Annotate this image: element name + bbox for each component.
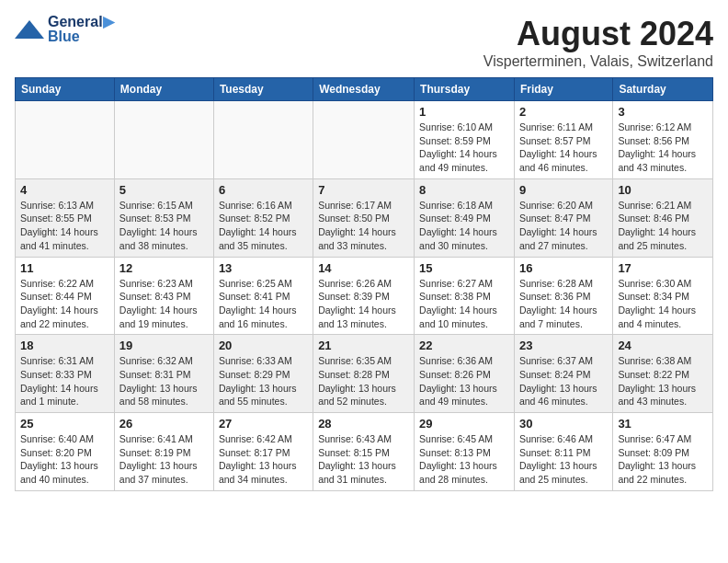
calendar-cell: [114, 101, 213, 179]
calendar-cell: 15Sunrise: 6:27 AM Sunset: 8:38 PM Dayli…: [415, 257, 515, 335]
calendar-cell: 1Sunrise: 6:10 AM Sunset: 8:59 PM Daylig…: [415, 101, 515, 179]
calendar-cell: 16Sunrise: 6:28 AM Sunset: 8:36 PM Dayli…: [514, 257, 612, 335]
day-info: Sunrise: 6:26 AM Sunset: 8:39 PM Dayligh…: [318, 277, 409, 331]
calendar-cell: 25Sunrise: 6:40 AM Sunset: 8:20 PM Dayli…: [16, 413, 115, 491]
day-number: 12: [119, 261, 209, 275]
calendar-cell: 29Sunrise: 6:45 AM Sunset: 8:13 PM Dayli…: [415, 413, 515, 491]
calendar-cell: [313, 101, 415, 179]
weekday-header-friday: Friday: [514, 78, 612, 101]
calendar-cell: 3Sunrise: 6:12 AM Sunset: 8:56 PM Daylig…: [613, 101, 713, 179]
day-info: Sunrise: 6:17 AM Sunset: 8:50 PM Dayligh…: [318, 199, 409, 253]
day-info: Sunrise: 6:45 AM Sunset: 8:13 PM Dayligh…: [419, 432, 509, 487]
day-number: 31: [618, 417, 708, 431]
calendar-cell: 18Sunrise: 6:31 AM Sunset: 8:33 PM Dayli…: [16, 335, 115, 413]
weekday-header-monday: Monday: [114, 78, 213, 101]
calendar-cell: 22Sunrise: 6:36 AM Sunset: 8:26 PM Dayli…: [415, 335, 515, 413]
logo: General▶ Blue: [15, 15, 114, 44]
day-info: Sunrise: 6:16 AM Sunset: 8:52 PM Dayligh…: [219, 199, 308, 253]
day-number: 18: [20, 339, 109, 352]
calendar-week-row: 18Sunrise: 6:31 AM Sunset: 8:33 PM Dayli…: [16, 335, 713, 413]
calendar-cell: 21Sunrise: 6:35 AM Sunset: 8:28 PM Dayli…: [313, 335, 415, 413]
day-info: Sunrise: 6:30 AM Sunset: 8:34 PM Dayligh…: [618, 277, 708, 331]
calendar-cell: 24Sunrise: 6:38 AM Sunset: 8:22 PM Dayli…: [613, 335, 713, 413]
calendar-cell: 23Sunrise: 6:37 AM Sunset: 8:24 PM Dayli…: [514, 335, 612, 413]
day-number: 28: [318, 417, 409, 431]
day-info: Sunrise: 6:25 AM Sunset: 8:41 PM Dayligh…: [219, 277, 308, 331]
calendar-week-row: 11Sunrise: 6:22 AM Sunset: 8:44 PM Dayli…: [16, 257, 713, 335]
weekday-header-wednesday: Wednesday: [313, 78, 415, 101]
day-info: Sunrise: 6:47 AM Sunset: 8:09 PM Dayligh…: [618, 432, 708, 487]
day-number: 19: [119, 339, 209, 352]
calendar-cell: 20Sunrise: 6:33 AM Sunset: 8:29 PM Dayli…: [213, 335, 313, 413]
calendar-cell: 11Sunrise: 6:22 AM Sunset: 8:44 PM Dayli…: [16, 257, 115, 335]
day-number: 10: [618, 183, 708, 197]
calendar-cell: 13Sunrise: 6:25 AM Sunset: 8:41 PM Dayli…: [213, 257, 313, 335]
calendar-cell: 19Sunrise: 6:32 AM Sunset: 8:31 PM Dayli…: [114, 335, 213, 413]
header-section: General▶ Blue August 2024 Visperterminen…: [15, 15, 713, 70]
day-number: 23: [519, 339, 608, 352]
day-number: 24: [618, 339, 708, 352]
day-info: Sunrise: 6:31 AM Sunset: 8:33 PM Dayligh…: [20, 354, 109, 408]
day-info: Sunrise: 6:46 AM Sunset: 8:11 PM Dayligh…: [519, 432, 608, 487]
day-info: Sunrise: 6:37 AM Sunset: 8:24 PM Dayligh…: [519, 354, 608, 408]
day-info: Sunrise: 6:12 AM Sunset: 8:56 PM Dayligh…: [618, 121, 708, 175]
title-block: August 2024 Visperterminen, Valais, Swit…: [483, 15, 713, 70]
calendar-cell: 17Sunrise: 6:30 AM Sunset: 8:34 PM Dayli…: [613, 257, 713, 335]
day-info: Sunrise: 6:36 AM Sunset: 8:26 PM Dayligh…: [419, 354, 509, 408]
calendar-cell: 4Sunrise: 6:13 AM Sunset: 8:55 PM Daylig…: [16, 178, 115, 257]
calendar-cell: 2Sunrise: 6:11 AM Sunset: 8:57 PM Daylig…: [514, 101, 612, 179]
day-number: 4: [20, 183, 109, 197]
calendar-cell: 14Sunrise: 6:26 AM Sunset: 8:39 PM Dayli…: [313, 257, 415, 335]
day-info: Sunrise: 6:43 AM Sunset: 8:15 PM Dayligh…: [318, 432, 409, 487]
day-info: Sunrise: 6:32 AM Sunset: 8:31 PM Dayligh…: [119, 354, 209, 408]
day-info: Sunrise: 6:13 AM Sunset: 8:55 PM Dayligh…: [20, 199, 109, 253]
day-info: Sunrise: 6:33 AM Sunset: 8:29 PM Dayligh…: [219, 354, 308, 408]
calendar-cell: 9Sunrise: 6:20 AM Sunset: 8:47 PM Daylig…: [514, 178, 612, 257]
day-number: 25: [20, 417, 109, 431]
day-info: Sunrise: 6:10 AM Sunset: 8:59 PM Dayligh…: [419, 121, 509, 175]
day-number: 1: [419, 105, 509, 119]
location-title: Visperterminen, Valais, Switzerland: [483, 53, 713, 70]
day-info: Sunrise: 6:38 AM Sunset: 8:22 PM Dayligh…: [618, 354, 708, 408]
day-number: 16: [519, 261, 608, 275]
day-number: 29: [419, 417, 509, 431]
calendar-week-row: 4Sunrise: 6:13 AM Sunset: 8:55 PM Daylig…: [16, 178, 713, 257]
day-number: 13: [219, 261, 308, 275]
day-number: 6: [219, 183, 308, 197]
day-info: Sunrise: 6:28 AM Sunset: 8:36 PM Dayligh…: [519, 277, 608, 331]
day-info: Sunrise: 6:21 AM Sunset: 8:46 PM Dayligh…: [618, 199, 708, 253]
day-number: 21: [318, 339, 409, 352]
day-number: 8: [419, 183, 509, 197]
calendar-cell: [213, 101, 313, 179]
day-number: 11: [20, 261, 109, 275]
calendar-week-row: 25Sunrise: 6:40 AM Sunset: 8:20 PM Dayli…: [16, 413, 713, 491]
calendar-cell: 26Sunrise: 6:41 AM Sunset: 8:19 PM Dayli…: [114, 413, 213, 491]
day-info: Sunrise: 6:18 AM Sunset: 8:49 PM Dayligh…: [419, 199, 509, 253]
calendar-cell: 27Sunrise: 6:42 AM Sunset: 8:17 PM Dayli…: [213, 413, 313, 491]
day-number: 15: [419, 261, 509, 275]
calendar-cell: 5Sunrise: 6:15 AM Sunset: 8:53 PM Daylig…: [114, 178, 213, 257]
day-number: 26: [119, 417, 209, 431]
calendar-cell: [16, 101, 115, 179]
calendar-cell: 7Sunrise: 6:17 AM Sunset: 8:50 PM Daylig…: [313, 178, 415, 257]
day-number: 22: [419, 339, 509, 352]
day-info: Sunrise: 6:40 AM Sunset: 8:20 PM Dayligh…: [20, 432, 109, 487]
day-info: Sunrise: 6:23 AM Sunset: 8:43 PM Dayligh…: [119, 277, 209, 331]
weekday-header-tuesday: Tuesday: [213, 78, 313, 101]
calendar-cell: 10Sunrise: 6:21 AM Sunset: 8:46 PM Dayli…: [613, 178, 713, 257]
day-number: 17: [618, 261, 708, 275]
day-info: Sunrise: 6:27 AM Sunset: 8:38 PM Dayligh…: [419, 277, 509, 331]
weekday-header-thursday: Thursday: [415, 78, 515, 101]
day-number: 9: [519, 183, 608, 197]
calendar-cell: 8Sunrise: 6:18 AM Sunset: 8:49 PM Daylig…: [415, 178, 515, 257]
calendar-cell: 28Sunrise: 6:43 AM Sunset: 8:15 PM Dayli…: [313, 413, 415, 491]
calendar-table: SundayMondayTuesdayWednesdayThursdayFrid…: [15, 77, 713, 491]
day-number: 20: [219, 339, 308, 352]
weekday-header-sunday: Sunday: [16, 78, 115, 101]
day-number: 2: [519, 105, 608, 119]
day-info: Sunrise: 6:42 AM Sunset: 8:17 PM Dayligh…: [219, 432, 308, 487]
calendar-cell: 6Sunrise: 6:16 AM Sunset: 8:52 PM Daylig…: [213, 178, 313, 257]
day-info: Sunrise: 6:35 AM Sunset: 8:28 PM Dayligh…: [318, 354, 409, 408]
weekday-header-saturday: Saturday: [613, 78, 713, 101]
month-title: August 2024: [483, 15, 713, 53]
